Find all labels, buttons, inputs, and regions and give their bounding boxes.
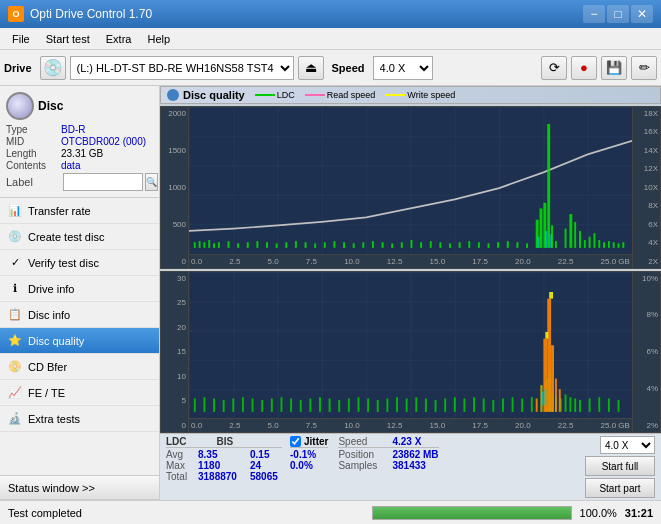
disc-contents-row: Contents data — [6, 160, 153, 171]
drive-select[interactable]: (L:) HL-DT-ST BD-RE WH16NS58 TST4 — [70, 56, 294, 80]
cd-bfer-icon: 📀 — [8, 360, 22, 374]
svg-rect-27 — [411, 240, 413, 248]
bis-header: BIS — [217, 436, 234, 447]
svg-rect-121 — [545, 331, 548, 338]
refresh-button[interactable]: ⟳ — [541, 56, 567, 80]
svg-rect-90 — [444, 398, 446, 411]
disc-panel-header: Disc — [6, 92, 153, 120]
svg-rect-106 — [565, 394, 567, 411]
eject-button[interactable]: ⏏ — [298, 56, 324, 80]
max-label: Max — [166, 460, 194, 471]
fe-te-label: FE / TE — [28, 387, 65, 399]
start-full-button[interactable]: Start full — [585, 456, 655, 476]
speed-select[interactable]: 4.0 X 1.0 X 2.0 X 6.0 X 8.0 X — [373, 56, 433, 80]
svg-rect-17 — [314, 243, 316, 248]
verify-test-disc-icon: ✓ — [8, 256, 22, 270]
sidebar-item-disc-quality[interactable]: ⭐ Disc quality — [0, 328, 159, 354]
drive-info-label: Drive info — [28, 283, 74, 295]
menu-file[interactable]: File — [4, 31, 38, 47]
sidebar-item-create-test-disc[interactable]: 💿 Create test disc — [0, 224, 159, 250]
svg-rect-108 — [574, 398, 576, 411]
svg-rect-93 — [473, 397, 475, 412]
label-input[interactable] — [63, 173, 143, 191]
svg-rect-77 — [319, 397, 321, 412]
svg-rect-22 — [362, 242, 364, 248]
svg-rect-8 — [228, 241, 230, 248]
upper-chart-svg — [189, 107, 632, 254]
minimize-button[interactable]: − — [583, 5, 605, 23]
save-button[interactable]: 💾 — [601, 56, 627, 80]
disc-info-label: Disc info — [28, 309, 70, 321]
mid-label: MID — [6, 136, 61, 147]
length-label: Length — [6, 148, 61, 159]
svg-rect-45 — [555, 241, 557, 248]
speed-label-stat: Speed — [338, 436, 388, 447]
write-speed-legend-label: Write speed — [407, 90, 455, 100]
svg-rect-46 — [565, 229, 567, 248]
sidebar-item-verify-test-disc[interactable]: ✓ Verify test disc — [0, 250, 159, 276]
legend-ldc: LDC — [255, 90, 295, 100]
svg-rect-28 — [420, 242, 422, 248]
svg-rect-83 — [377, 399, 379, 411]
svg-rect-89 — [435, 399, 437, 411]
contents-label: Contents — [6, 160, 61, 171]
lower-chart: 30 25 20 15 10 5 0 10% 8% 6% 4% 2% ■ BIS… — [160, 271, 661, 434]
svg-rect-87 — [415, 397, 417, 412]
sidebar: Disc Type BD-R MID OTCBDR002 (000) Lengt… — [0, 86, 160, 500]
disc-type-row: Type BD-R — [6, 124, 153, 135]
sidebar-item-fe-te[interactable]: 📈 FE / TE — [0, 380, 159, 406]
jitter-checkbox[interactable] — [290, 436, 301, 447]
chart-legend: LDC Read speed Write speed — [255, 90, 455, 100]
svg-rect-71 — [261, 399, 263, 411]
read-speed-legend-label: Read speed — [327, 90, 376, 100]
chart-header-icon — [167, 89, 179, 101]
write-speed-legend-dot — [385, 94, 405, 96]
svg-rect-33 — [468, 241, 470, 248]
avg-row: Avg 8.35 0.15 — [166, 449, 282, 460]
svg-rect-5 — [208, 240, 210, 248]
record-button[interactable]: ● — [571, 56, 597, 80]
sidebar-item-cd-bfer[interactable]: 📀 CD Bfer — [0, 354, 159, 380]
sidebar-item-transfer-rate[interactable]: 📊 Transfer rate — [0, 198, 159, 224]
svg-rect-58 — [622, 242, 624, 248]
svg-rect-36 — [497, 242, 499, 248]
contents-value: data — [61, 160, 80, 171]
maximize-button[interactable]: □ — [607, 5, 629, 23]
svg-rect-73 — [280, 397, 282, 412]
verify-test-disc-label: Verify test disc — [28, 257, 99, 269]
sidebar-item-drive-info[interactable]: ℹ Drive info — [0, 276, 159, 302]
svg-rect-122 — [549, 291, 553, 298]
disc-icon — [6, 92, 34, 120]
menu-help[interactable]: Help — [139, 31, 178, 47]
close-button[interactable]: ✕ — [631, 5, 653, 23]
svg-rect-43 — [547, 124, 550, 248]
upper-chart-content — [189, 107, 632, 254]
right-panel: Disc quality LDC Read speed Write speed — [160, 86, 661, 500]
lower-x-labels: 0.0 2.5 5.0 7.5 10.0 12.5 15.0 17.5 20.0… — [189, 418, 632, 432]
status-window-button[interactable]: Status window >> — [0, 476, 159, 500]
start-part-button[interactable]: Start part — [585, 478, 655, 498]
chart-header-title: Disc quality — [183, 89, 245, 101]
svg-rect-23 — [372, 241, 374, 248]
toolbar: Drive 💿 (L:) HL-DT-ST BD-RE WH16NS58 TST… — [0, 50, 661, 86]
edit-button[interactable]: ✏ — [631, 56, 657, 80]
stats-speed-select[interactable]: 4.0 X 1.0 X 2.0 X 6.0 X 8.0 X — [600, 436, 655, 454]
svg-rect-82 — [367, 398, 369, 411]
menu-extra[interactable]: Extra — [98, 31, 140, 47]
svg-rect-79 — [338, 399, 340, 411]
sidebar-item-disc-info[interactable]: 📋 Disc info — [0, 302, 159, 328]
chart-header: Disc quality LDC Read speed Write speed — [160, 86, 661, 104]
avg-ldc-value: 8.35 — [198, 449, 246, 460]
svg-rect-15 — [295, 241, 297, 248]
disc-quality-icon: ⭐ — [8, 334, 22, 348]
svg-rect-117 — [547, 298, 551, 411]
sidebar-item-extra-tests[interactable]: 🔬 Extra tests — [0, 406, 159, 432]
menu-start-test[interactable]: Start test — [38, 31, 98, 47]
main-content: Disc Type BD-R MID OTCBDR002 (000) Lengt… — [0, 86, 661, 500]
label-apply-button[interactable]: 🔍 — [145, 173, 158, 191]
svg-rect-24 — [382, 242, 384, 248]
svg-rect-97 — [512, 397, 514, 412]
svg-rect-3 — [199, 241, 201, 248]
max-row: Max 1180 24 — [166, 460, 282, 471]
svg-rect-12 — [266, 242, 268, 248]
